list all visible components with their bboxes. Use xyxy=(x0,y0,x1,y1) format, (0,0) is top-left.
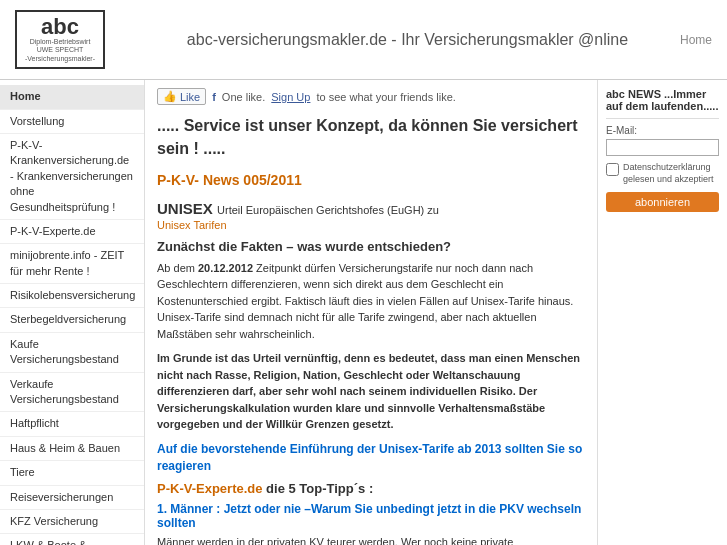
sidebar-item-tiere[interactable]: Tiere xyxy=(0,461,144,485)
like-button[interactable]: 👍 Like xyxy=(157,88,206,105)
sidebar-item-pkv-experte[interactable]: P-K-V-Experte.de xyxy=(0,220,144,244)
logo-box: abc Diplom-BetriebswirtUWE SPECHT-Versic… xyxy=(15,10,105,69)
tipp1-heading: 1. Männer : Jetzt oder nie –Warum Sie un… xyxy=(157,502,585,530)
unisex-subtitle: Unisex Tarifen xyxy=(157,219,585,231)
news-box: abc NEWS ...Immer auf dem laufenden.....… xyxy=(606,88,719,211)
pkv-experte-heading: P-K-V-Experte.de die 5 Top-Tipp´s : xyxy=(157,481,585,496)
logo-abc: abc xyxy=(25,16,95,38)
logo-subtitle: Diplom-BetriebswirtUWE SPECHT-Versicheru… xyxy=(25,38,95,63)
sidebar-item-minijobrente[interactable]: minijobrente.info - ZEIT für mehr Rente … xyxy=(0,244,144,284)
sidebar-item-pkv-kranken[interactable]: P-K-V-Krankenversicherung.de - Krankenve… xyxy=(0,134,144,220)
signup-link[interactable]: Sign Up xyxy=(271,91,310,103)
tipp-text: die 5 Top-Tipp´s : xyxy=(262,481,373,496)
layout: Home Vorstellung P-K-V-Krankenversicheru… xyxy=(0,80,727,545)
header-home-link[interactable]: Home xyxy=(680,33,712,47)
section-heading: Zunächst die Fakten – was wurde entschie… xyxy=(157,239,585,254)
main-content: 👍 Like f One like. Sign Up to see what y… xyxy=(145,80,597,545)
unisex-urteil: Urteil Europäischen Gerichtshofes (EuGH)… xyxy=(217,204,439,216)
sidebar-item-home[interactable]: Home xyxy=(0,85,144,109)
fb-logo: f xyxy=(212,91,216,103)
link-heading[interactable]: Auf die bevorstehende Einführung der Uni… xyxy=(157,441,585,475)
subscribe-button[interactable]: abonnieren xyxy=(606,192,719,212)
like-label: Like xyxy=(180,91,200,103)
like-bar: 👍 Like f One like. Sign Up to see what y… xyxy=(157,88,585,105)
sidebar-item-sterbegeld[interactable]: Sterbegeldversicherung xyxy=(0,308,144,332)
pkv-experte-link[interactable]: P-K-V-Experte.de xyxy=(157,481,262,496)
sidebar: Home Vorstellung P-K-V-Krankenversicheru… xyxy=(0,80,145,545)
email-input[interactable] xyxy=(606,139,719,156)
checkbox-label: Datenschutzerklärung gelesen und akzepti… xyxy=(623,162,719,185)
sidebar-item-lkw[interactable]: LKW & Boote & Rechtsschutz xyxy=(0,534,144,545)
thumbs-up-icon: 👍 xyxy=(163,90,177,103)
unisex-title: UNISEX Urteil Europäischen Gerichtshofes… xyxy=(157,200,585,217)
pkv-news-title: P-K-V- News 005/2011 xyxy=(157,172,585,188)
friends-text: to see what your friends like. xyxy=(316,91,455,103)
main-headline: ..... Service ist unser Konzept, da könn… xyxy=(157,115,585,160)
body-text-2: Im Grunde ist das Urteil vernünftig, den… xyxy=(157,350,585,433)
sidebar-item-kaufe[interactable]: Kaufe Versicherungsbestand xyxy=(0,333,144,373)
sidebar-item-verkaufe[interactable]: Verkaufe Versicherungsbestand xyxy=(0,373,144,413)
datenschutz-checkbox[interactable] xyxy=(606,163,619,176)
right-sidebar: abc NEWS ...Immer auf dem laufenden.....… xyxy=(597,80,727,545)
sidebar-item-haftpflicht[interactable]: Haftpflicht xyxy=(0,412,144,436)
divider xyxy=(606,118,719,119)
unisex-link[interactable]: Auf die bevorstehende Einführung der Uni… xyxy=(157,442,582,473)
header: abc Diplom-BetriebswirtUWE SPECHT-Versic… xyxy=(0,0,727,80)
sidebar-item-kfz[interactable]: KFZ Versicherung xyxy=(0,510,144,534)
tipp1-link[interactable]: 1. Männer : Jetzt oder nie –Warum Sie un… xyxy=(157,502,581,530)
sidebar-item-haus[interactable]: Haus & Heim & Bauen xyxy=(0,437,144,461)
body-text-1: Ab dem 20.12.2012 Zeitpunkt dürfen Versi… xyxy=(157,260,585,343)
tipp1-body: Männer werden in der privaten KV teurer … xyxy=(157,534,585,545)
unisex-word: UNISEX xyxy=(157,200,213,217)
sidebar-item-reise[interactable]: Reiseversicherungen xyxy=(0,486,144,510)
checkbox-row: Datenschutzerklärung gelesen und akzepti… xyxy=(606,162,719,185)
header-title: abc-versicherungsmakler.de - Ihr Versich… xyxy=(135,31,680,49)
news-box-title: abc NEWS ...Immer auf dem laufenden..... xyxy=(606,88,719,112)
one-like-text: One like. xyxy=(222,91,265,103)
logo-area: abc Diplom-BetriebswirtUWE SPECHT-Versic… xyxy=(15,10,135,69)
sidebar-item-vorstellung[interactable]: Vorstellung xyxy=(0,110,144,134)
sidebar-item-risikoleben[interactable]: Risikolebensversicherung xyxy=(0,284,144,308)
email-label: E-Mail: xyxy=(606,125,719,136)
